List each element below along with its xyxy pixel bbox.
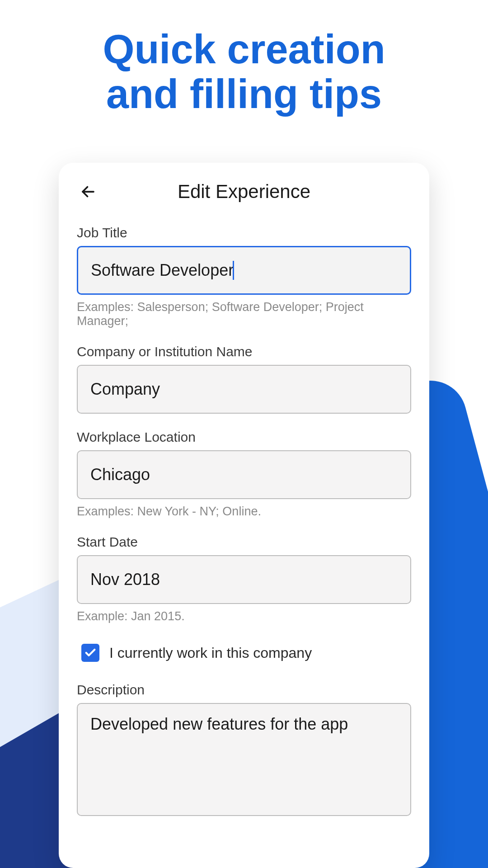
edit-experience-card: Edit Experience Job Title Software Devel… (59, 163, 429, 868)
start-date-input[interactable] (77, 555, 411, 604)
arrow-left-icon (80, 184, 96, 200)
current-work-checkbox[interactable] (81, 644, 99, 662)
location-label: Workplace Location (77, 429, 411, 445)
back-button[interactable] (77, 180, 99, 203)
start-date-hint: Example: Jan 2015. (77, 609, 411, 623)
job-title-hint: Examples: Salesperson; Software Develope… (77, 300, 411, 328)
location-field-group: Workplace Location Examples: New York - … (77, 429, 411, 519)
description-input[interactable] (77, 703, 411, 816)
location-input[interactable] (77, 450, 411, 499)
card-header: Edit Experience (77, 181, 411, 203)
current-work-checkbox-row[interactable]: I currently work in this company (81, 644, 411, 662)
company-input[interactable] (77, 365, 411, 414)
start-date-field-group: Start Date Example: Jan 2015. (77, 534, 411, 623)
description-label: Description (77, 682, 411, 698)
company-label: Company or Institution Name (77, 344, 411, 359)
location-hint: Examples: New York - NY; Online. (77, 505, 411, 519)
start-date-label: Start Date (77, 534, 411, 550)
page-title: Edit Experience (77, 181, 411, 203)
job-title-label: Job Title (77, 225, 411, 241)
company-field-group: Company or Institution Name (77, 344, 411, 414)
current-work-label: I currently work in this company (109, 645, 312, 661)
description-field-group: Description (77, 682, 411, 818)
job-title-field-group: Job Title Software Developer Examples: S… (77, 225, 411, 328)
text-caret-icon (233, 261, 234, 280)
check-icon (84, 646, 97, 659)
job-title-input[interactable]: Software Developer (77, 246, 411, 295)
hero-title: Quick creation and filling tips (0, 27, 488, 117)
